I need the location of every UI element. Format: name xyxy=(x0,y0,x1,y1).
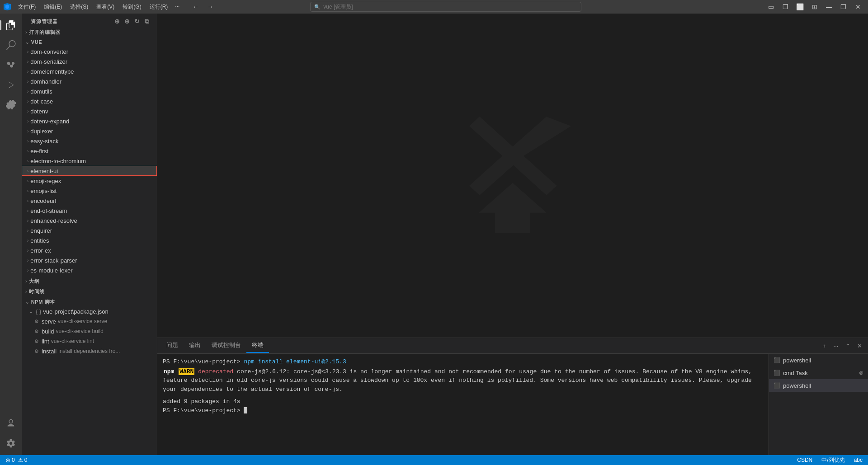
chevron-down-icon: ⌄ xyxy=(29,309,33,315)
activity-settings[interactable] xyxy=(3,435,19,451)
warn-type: deprecated xyxy=(198,368,233,375)
close-btn[interactable]: ✕ xyxy=(852,2,864,12)
chevron-right-icon: › xyxy=(27,139,28,144)
maximize-btn[interactable]: ❐ xyxy=(837,2,850,12)
layout-btn2[interactable]: ❐ xyxy=(779,2,792,12)
tree-item-entities[interactable]: › entities xyxy=(22,235,157,245)
layout-btn1[interactable]: ▭ xyxy=(765,2,778,12)
timeline-section[interactable]: › 时间线 xyxy=(22,287,157,296)
tree-item-enhanced-resolve[interactable]: › enhanced-resolve xyxy=(22,216,157,225)
script-icon: ⚙ xyxy=(34,348,39,354)
search-bar[interactable]: 🔍 xyxy=(310,2,581,12)
tree-item-enquirer[interactable]: › enquirer xyxy=(22,225,157,235)
tab-terminal[interactable]: 终端 xyxy=(246,338,269,353)
terminal-menu-btn[interactable]: ··· xyxy=(831,341,841,351)
tree-item-error-stack-parser[interactable]: › error-stack-parser xyxy=(22,255,157,265)
tree-item-encodeurl[interactable]: › encodeurl xyxy=(22,196,157,206)
tree-item-es-module-lexer[interactable]: › es-module-lexer xyxy=(22,265,157,275)
terminal-icon: ⬛ xyxy=(774,370,780,376)
terminal-close-btn[interactable]: ⊗ xyxy=(859,370,863,376)
tree-item-emojis-list[interactable]: › emojis-list xyxy=(22,186,157,196)
npm-script-build[interactable]: ⚙ build vue-cli-service build xyxy=(22,326,157,336)
npm-section-header[interactable]: ⌄ NPM 脚本 xyxy=(22,298,157,306)
tree-item-emoji-regex[interactable]: › emoji-regex xyxy=(22,176,157,186)
tree-item-dotenv[interactable]: › dotenv xyxy=(22,106,157,116)
tree-item-end-of-stream[interactable]: › end-of-stream xyxy=(22,206,157,216)
npm-script-lint-cmd: vue-cli-service lint xyxy=(51,338,94,344)
tree-item-error-ex[interactable]: › error-ex xyxy=(22,245,157,255)
chevron-right-icon: › xyxy=(27,119,28,124)
chevron-right-icon: › xyxy=(27,59,28,64)
npm-script-lint[interactable]: ⚙ lint vue-cli-service lint xyxy=(22,336,157,346)
activity-source-control[interactable] xyxy=(3,57,19,73)
tree-item-dotenv-expand[interactable]: › dotenv-expand xyxy=(22,116,157,126)
menu-goto[interactable]: 转到(G) xyxy=(119,2,145,12)
npm-script-serve[interactable]: ⚙ serve vue-cli-service serve xyxy=(22,316,157,326)
tab-output[interactable]: 输出 xyxy=(184,338,206,353)
sidebar-header-icons: ⊕ ⊕ ↻ ⧉ xyxy=(113,17,151,25)
terminal-warn-line: npm WARN deprecated core-js@2.6.12: core… xyxy=(163,367,763,394)
outline-label: 大纲 xyxy=(29,278,39,285)
activity-account[interactable] xyxy=(3,415,19,432)
collapse-icon[interactable]: ⧉ xyxy=(143,17,151,25)
menu-more[interactable]: ··· xyxy=(172,2,182,12)
terminal-instance-1[interactable]: ⬛ powershell xyxy=(769,354,868,366)
menu-select[interactable]: 选择(S) xyxy=(66,2,92,12)
tree-item-dot-case[interactable]: › dot-case xyxy=(22,96,157,106)
tree-item-element-ui[interactable]: › element-ui xyxy=(22,166,157,176)
npm-script-install[interactable]: ⚙ install install dependencies fro... xyxy=(22,346,157,356)
tree-item-dom-serializer[interactable]: › dom-serializer xyxy=(22,56,157,66)
script-icon: ⚙ xyxy=(34,329,39,334)
menu-edit[interactable]: 编辑(E) xyxy=(40,2,66,12)
statusbar-spell[interactable]: abc xyxy=(852,457,864,463)
new-folder-icon[interactable]: ⊕ xyxy=(123,17,132,25)
npm-script-lint-name: lint xyxy=(42,338,49,345)
tree-item-easy-stack[interactable]: › easy-stack xyxy=(22,136,157,146)
npm-package-item[interactable]: ⌄ { } vue-project\package.json xyxy=(22,306,157,316)
activity-explorer[interactable] xyxy=(3,17,19,33)
tree-item-domutils[interactable]: › domutils xyxy=(22,86,157,96)
chevron-right-icon: › xyxy=(27,228,28,233)
new-file-icon[interactable]: ⊕ xyxy=(113,17,122,25)
terminal-instance-2[interactable]: ⬛ cmd Task ⊗ xyxy=(769,366,868,379)
menu-file[interactable]: 文件(F) xyxy=(14,2,39,12)
chevron-right-icon: › xyxy=(27,248,28,253)
npm-label: NPM 脚本 xyxy=(31,299,55,305)
tab-problems[interactable]: 问题 xyxy=(161,338,184,353)
nav-back[interactable]: ← xyxy=(189,2,202,12)
menu-run[interactable]: 运行(R) xyxy=(146,2,172,12)
sidebar-header: 资源管理器 ⊕ ⊕ ↻ ⧉ xyxy=(22,14,157,27)
nav-forward[interactable]: → xyxy=(204,2,217,12)
refresh-icon[interactable]: ↻ xyxy=(133,17,142,25)
tree-item-domelementtype[interactable]: › domelementtype xyxy=(22,66,157,76)
layout-btn3[interactable]: ⬜ xyxy=(794,2,807,12)
add-terminal-btn[interactable]: + xyxy=(819,341,829,351)
statusbar-csdn[interactable]: CSDN xyxy=(795,457,814,463)
tab-debug-console[interactable]: 调试控制台 xyxy=(206,338,246,353)
editor-area: 问题 输出 调试控制台 终端 + ··· ⌃ ✕ PS F:\vue\vue-p… xyxy=(157,14,868,455)
tree-item-electron-to-chromium[interactable]: › electron-to-chromium xyxy=(22,156,157,166)
menu-view[interactable]: 查看(V) xyxy=(93,2,118,12)
maximize-panel-btn[interactable]: ⌃ xyxy=(843,341,853,351)
tree-item-domhandler[interactable]: › domhandler xyxy=(22,76,157,86)
tree-item-duplexer[interactable]: › duplexer xyxy=(22,126,157,136)
vue-section-header[interactable]: ⌄ VUE xyxy=(22,38,157,47)
terminal-content[interactable]: PS F:\vue\vue-project> npm install eleme… xyxy=(157,354,769,455)
chevron-right-icon: › xyxy=(27,109,28,114)
close-panel-btn[interactable]: ✕ xyxy=(854,341,864,351)
activity-extensions[interactable] xyxy=(3,97,19,113)
activity-run[interactable] xyxy=(3,77,19,93)
encoding-label: 中/列优先 xyxy=(821,456,844,464)
statusbar-encoding[interactable]: 中/列优先 xyxy=(820,456,846,464)
open-editors-header[interactable]: › 打开的编辑器 xyxy=(22,27,157,38)
activity-search[interactable] xyxy=(3,37,19,53)
tree-item-ee-first[interactable]: › ee-first xyxy=(22,146,157,156)
layout-btn4[interactable]: ⊞ xyxy=(808,2,821,12)
minimize-btn[interactable]: — xyxy=(823,2,835,12)
terminal-line-1: PS F:\vue\vue-project> npm install eleme… xyxy=(163,357,763,366)
statusbar-errors[interactable]: ⊗ 0 ⚠ 0 xyxy=(4,457,29,464)
search-input[interactable] xyxy=(323,4,577,10)
tree-item-dom-converter[interactable]: › dom-converter xyxy=(22,47,157,56)
outline-section[interactable]: › 大纲 xyxy=(22,277,157,286)
terminal-instance-3[interactable]: ⬛ powershell xyxy=(769,379,868,392)
